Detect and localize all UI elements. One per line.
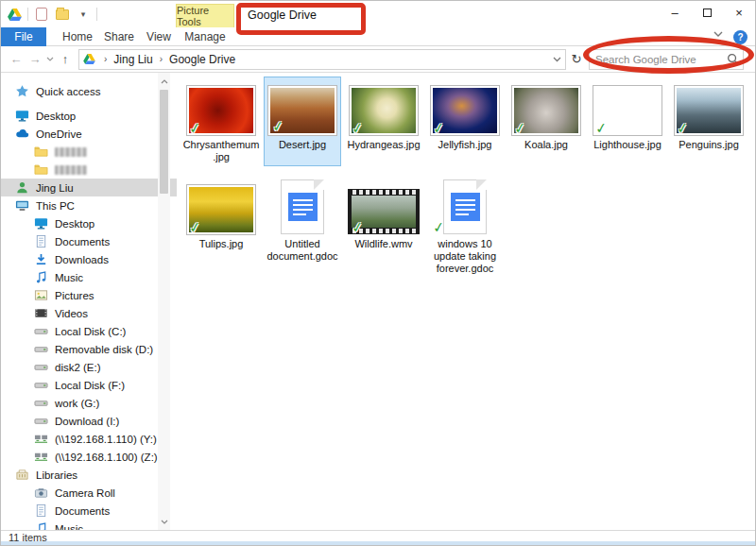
tab-file[interactable]: File — [1, 27, 46, 46]
breadcrumb-separator: › — [160, 54, 163, 64]
toolbar-separator — [96, 8, 97, 21]
sidebar-item-desktop-root[interactable]: Desktop — [1, 107, 177, 125]
file-tile[interactable]: ✓Wildlife.wmv — [345, 176, 422, 278]
sidebar-item-label: Documents — [55, 236, 110, 247]
address-dropdown-chevron-icon[interactable] — [553, 57, 561, 62]
new-folder-icon[interactable] — [55, 7, 70, 22]
sync-check-icon: ✓ — [188, 219, 202, 235]
breadcrumb-jing-liu[interactable]: Jing Liu — [113, 53, 152, 66]
sidebar-item-label: Libraries — [36, 469, 77, 481]
sidebar-item-removable-d[interactable]: Removable disk (D:) — [1, 340, 177, 358]
breadcrumb-google-drive[interactable]: Google Drive — [169, 53, 235, 66]
file-name: Lighthouse.jpg — [593, 139, 662, 151]
navigation-pane: Quick accessDesktopOneDriveJing LiuThis … — [1, 73, 177, 530]
sidebar-item-pictures[interactable]: Pictures — [1, 286, 177, 304]
sidebar-item-redacted-2[interactable] — [1, 161, 177, 179]
sidebar-item-videos[interactable]: Videos — [1, 304, 177, 322]
search-icon[interactable] — [727, 53, 739, 65]
sync-check-icon: ✓ — [676, 120, 690, 136]
sidebar-item-local-disk-f[interactable]: Local Disk (F:) — [1, 376, 177, 394]
sidebar-item-documents[interactable]: Documents — [1, 232, 177, 250]
file-name: Koala.jpg — [524, 139, 568, 151]
sidebar-item-local-disk-c[interactable]: Local Disk (C:) — [1, 322, 177, 340]
file-tile[interactable]: ✓Hydrangeas.jpg — [345, 77, 422, 166]
file-list-area[interactable]: ✓Chrysanthemum.jpg✓Desert.jpg✓Hydrangeas… — [177, 73, 755, 530]
customize-toolbar-chevron-icon[interactable]: ▾ — [76, 7, 91, 22]
quick-access-toolbar: ▾ — [7, 5, 97, 24]
file-tile[interactable]: ✓Chrysanthemum.jpg — [182, 77, 260, 166]
sidebar-item-label: Download (I:) — [55, 416, 119, 427]
docs-icon — [33, 503, 48, 519]
tab-manage[interactable]: Manage — [176, 27, 234, 46]
window-bottom-edge — [1, 541, 755, 545]
camera-icon — [33, 486, 48, 501]
sidebar-item-work-g[interactable]: work (G:) — [1, 394, 177, 412]
expand-ribbon-chevron-icon[interactable] — [713, 31, 723, 37]
properties-icon[interactable] — [34, 7, 49, 22]
file-name: windows 10 update taking forever.gdoc — [427, 238, 503, 275]
file-tile[interactable]: ✓Jellyfish.jpg — [426, 77, 504, 166]
sidebar-item-net-z[interactable]: (\\192.168.1.100) (Z:) — [1, 448, 177, 466]
file-tile[interactable]: ✓windows 10 update taking forever.gdoc — [426, 176, 504, 278]
scroll-down-icon[interactable] — [158, 515, 170, 528]
sidebar-item-net-y[interactable]: (\\192.168.1.110) (Y:) — [1, 430, 177, 448]
file-name: Wildlife.wmv — [354, 238, 412, 250]
forward-button[interactable]: → — [26, 52, 44, 66]
folder-icon — [33, 162, 48, 178]
sidebar-item-label: (\\192.168.1.100) (Z:) — [55, 452, 158, 463]
recent-locations-chevron-icon[interactable] — [44, 57, 56, 61]
help-icon[interactable]: ? — [733, 30, 747, 44]
sidebar-item-music[interactable]: Music — [1, 268, 177, 286]
window-title: Google Drive — [248, 9, 317, 22]
refresh-icon[interactable]: ↻ — [566, 52, 587, 66]
sidebar-item-music-lib[interactable]: Music — [1, 520, 177, 530]
file-tile[interactable]: ✓Lighthouse.jpg — [589, 77, 666, 166]
file-name: Untitled document.gdoc — [265, 238, 340, 263]
back-button[interactable]: ← — [7, 52, 26, 66]
sidebar-item-documents-lib[interactable]: Documents — [1, 502, 177, 520]
disk-icon — [33, 414, 48, 429]
sidebar-item-desktop[interactable]: Desktop — [1, 214, 177, 232]
google-drive-icon — [7, 7, 22, 22]
gdoc-icon — [443, 179, 487, 234]
maximize-button[interactable] — [691, 1, 723, 24]
sidebar-item-this-pc[interactable]: This PC — [1, 196, 177, 214]
title-bar: ▾ Picture Tools Google Drive – × — [1, 1, 755, 27]
search-box[interactable] — [589, 49, 744, 70]
scrollbar-thumb[interactable] — [160, 90, 168, 194]
file-tile[interactable]: ✓Koala.jpg — [507, 77, 585, 166]
music-icon — [33, 521, 48, 531]
file-tile[interactable]: ✓Tulips.jpg — [182, 176, 260, 278]
file-tile[interactable]: ✓Penguins.jpg — [670, 77, 747, 166]
up-button[interactable]: ↑ — [56, 52, 75, 66]
sidebar-item-label: This PC — [36, 200, 75, 212]
sidebar-item-download-i[interactable]: Download (I:) — [1, 412, 177, 430]
minimize-button[interactable]: – — [659, 1, 691, 24]
star-icon — [14, 84, 29, 99]
disk-icon — [33, 360, 48, 375]
scroll-up-icon[interactable] — [158, 75, 170, 88]
thumbnail-wrap — [265, 178, 340, 234]
redacted-label — [55, 165, 87, 175]
sidebar-item-redacted-1[interactable] — [1, 143, 177, 161]
file-tile[interactable]: ✓Desert.jpg — [264, 77, 341, 166]
sidebar-item-quick-access[interactable]: Quick access — [1, 82, 177, 100]
sidebar-scrollbar[interactable] — [158, 73, 170, 530]
file-name: Desert.jpg — [279, 139, 326, 151]
cloud-icon — [14, 127, 29, 142]
network-icon — [33, 450, 48, 465]
close-button[interactable]: × — [723, 1, 755, 24]
sidebar-item-jing-liu[interactable]: Jing Liu — [1, 179, 177, 196]
pc-icon — [14, 198, 29, 213]
picture-tools-contextual-tab[interactable]: Picture Tools — [176, 4, 234, 27]
search-input[interactable] — [593, 53, 727, 66]
sidebar-item-libraries[interactable]: Libraries — [1, 466, 177, 484]
sidebar-item-camera-roll[interactable]: Camera Roll — [1, 484, 177, 502]
address-bar[interactable]: › Jing Liu › Google Drive — [78, 49, 566, 70]
sidebar-item-onedrive[interactable]: OneDrive — [1, 125, 177, 143]
sidebar-item-disk2-e[interactable]: disk2 (E:) — [1, 358, 177, 376]
file-tile[interactable]: Untitled document.gdoc — [264, 176, 341, 278]
sidebar-item-downloads[interactable]: Downloads — [1, 250, 177, 268]
library-icon — [14, 468, 29, 483]
sidebar-item-label: Jing Liu — [36, 182, 74, 194]
